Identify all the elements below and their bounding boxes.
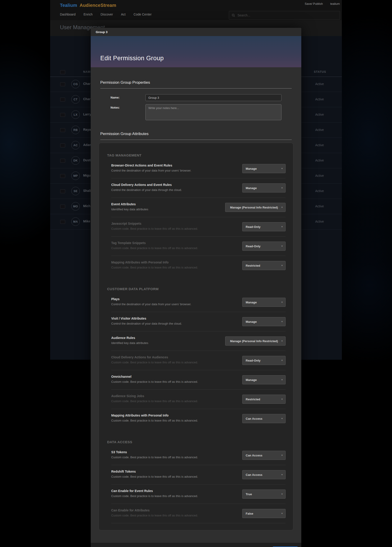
permission-level-dropdown[interactable]: Manage (Personal Info Restricted)▼ [225,203,286,212]
row-checkbox[interactable] [60,144,65,147]
permission-level-dropdown[interactable]: Can Access▼ [242,414,286,423]
attributes-panel: TAG MANAGEMENTBrowser-Direct Actions and… [99,143,293,530]
nav-item-enrich[interactable]: Enrich [84,13,93,16]
permission-description: Control the destination of your data fro… [111,302,191,306]
select-all-checkbox[interactable] [60,70,65,74]
chevron-down-icon: ▼ [281,417,283,420]
permission-row: Cloud Delivery Actions for AudiencesCust… [111,351,286,370]
nav-item-act[interactable]: Act [121,13,126,16]
edit-permission-group-modal: Group 3 Edit Permission Group Permission… [91,28,301,547]
avatar: CG [71,80,80,88]
permission-title: Audience Sizing Jobs [111,394,198,398]
dropdown-selected-value: Restricted [246,264,260,267]
row-checkbox[interactable] [60,205,65,208]
permission-row: Visit / Visitor AttributesControl the de… [111,312,286,331]
row-checkbox[interactable] [60,82,65,86]
permission-description: Custom code. Best practice is to leave t… [111,266,198,269]
permission-level-dropdown[interactable]: Restricted▼ [242,261,286,270]
permission-level-dropdown[interactable]: Manage (Personal Info Restricted)▼ [225,336,286,346]
permission-level-dropdown[interactable]: Manage▼ [242,164,286,173]
search-box[interactable] [229,11,340,20]
chevron-down-icon: ▼ [281,454,283,457]
properties-form: Name: Notes: [100,94,292,120]
status-badge: Active [315,158,324,162]
permission-level-dropdown[interactable]: Manage▼ [242,375,286,384]
brand-audiencestream: AudienceStream [80,3,116,8]
chevron-down-icon: ▼ [281,206,283,208]
permission-row-text: OmnichannelCustom code. Best practice is… [111,375,198,383]
permission-title: Event Attributes [111,202,148,206]
chevron-down-icon: ▼ [281,359,283,362]
avatar: MP [71,171,80,180]
avatar: LX [71,110,80,119]
permission-description: Custom code. Best practice is to leave t… [111,475,198,478]
row-checkbox[interactable] [60,98,65,102]
notes-field-row: Notes: [100,104,292,120]
permission-level-dropdown[interactable]: Restricted▼ [242,395,286,404]
permission-description: Control the destination of your data fro… [111,169,191,172]
permission-description: Control the destination of your data thr… [111,188,182,191]
permission-title: Mapping Attributes with Personal Info [111,414,198,417]
dropdown-selected-value: Manage (Personal Info Restricted) [230,206,278,209]
permission-level-dropdown[interactable]: Read-Only▼ [242,222,286,231]
chevron-down-icon: ▼ [281,226,283,228]
status-badge: Active [315,220,324,223]
chevron-down-icon: ▼ [281,167,283,170]
permission-level-dropdown[interactable]: Read-Only▼ [242,356,286,365]
permission-level-dropdown[interactable]: Manage▼ [242,317,286,326]
user-name: Dusti [83,158,91,162]
dropdown-selected-value: Read-Only [246,359,260,362]
row-checkbox[interactable] [60,189,65,193]
dropdown-selected-value: Read-Only [246,245,260,248]
chevron-down-icon: ▼ [281,473,283,476]
permission-level-dropdown[interactable]: Manage▼ [242,183,286,192]
permission-level-dropdown[interactable]: Manage▼ [242,298,286,307]
modal-title-bar: Group 3 [91,28,301,36]
search-input[interactable] [237,13,337,17]
permission-description: Custom code. Best practice is to leave t… [111,419,198,422]
permission-row: Audience Sizing JobsCustom code. Best pr… [111,390,286,409]
permission-title: Can Enable for Attributes [111,508,198,512]
section-title-data-access: DATA ACCESS [107,440,286,444]
permission-row-text: Mapping Attributes with Personal InfoCus… [111,260,198,269]
row-checkbox[interactable] [60,220,65,224]
chevron-down-icon: ▼ [281,245,283,247]
group-name-input[interactable] [146,94,281,101]
row-checkbox[interactable] [60,113,65,117]
permission-row: Mapping Attributes with Personal InfoCus… [111,409,286,428]
chevron-down-icon: ▼ [281,187,283,189]
permission-row: Event AttributesIdentified key data attr… [111,198,286,217]
permission-level-dropdown[interactable]: True▼ [242,490,286,499]
permission-row: Can Enable for AttributesCustom code. Be… [111,504,286,523]
permission-level-dropdown[interactable]: False▼ [242,509,286,518]
permission-level-dropdown[interactable]: Can Access▼ [242,470,286,479]
permission-description: Identified key data attributes [111,208,148,211]
save-publish-button[interactable]: Save/ Publish [305,2,323,6]
modal-hero-header: Edit Permission Group [91,36,301,67]
modal-body: Permission Group Properties Name: Notes:… [91,80,301,530]
nav-item-discover[interactable]: Discover [100,13,113,16]
chevron-down-icon: ▼ [281,512,283,515]
nav-item-code-center[interactable]: Code Center [133,13,152,16]
user-name: Mich [83,204,91,208]
attributes-section-heading: Permission Group Attributes [100,132,292,140]
permission-level-dropdown[interactable]: Read-Only▼ [242,242,286,251]
permission-row: S3 TokensCustom code. Best practice is t… [111,446,286,465]
row-checkbox[interactable] [60,159,65,163]
dropdown-selected-value: Manage (Personal Info Restricted) [230,339,278,343]
section-title-customer-data-platform: CUSTOMER DATA PLATFORM [107,287,286,291]
permission-row: OmnichannelCustom code. Best practice is… [111,370,286,390]
status-badge: Active [315,174,324,178]
modal-tab-title: Group 3 [96,30,107,34]
properties-section-heading: Permission Group Properties [100,80,292,89]
row-checkbox[interactable] [60,128,65,132]
avatar: MA [71,217,80,226]
notes-textarea[interactable] [146,104,281,120]
modal-heading: Edit Permission Group [100,55,164,62]
user-name: Char [83,97,91,101]
account-menu[interactable]: tealium [330,2,340,6]
row-checkbox[interactable] [60,174,65,178]
permission-level-dropdown[interactable]: Can Access▼ [242,451,286,460]
nav-item-dashboard[interactable]: Dashboard [60,13,76,16]
status-badge: Active [315,97,324,101]
